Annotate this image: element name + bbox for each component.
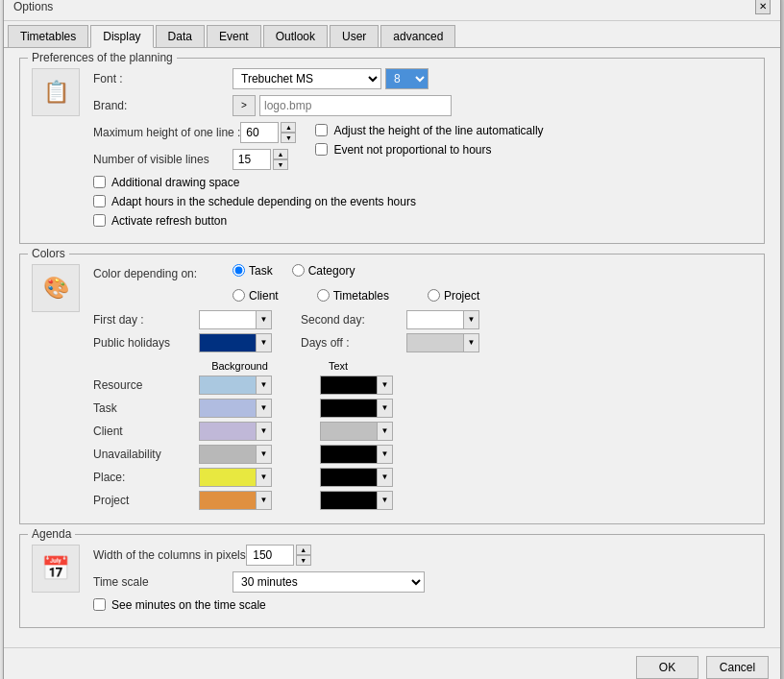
adjust-height-checkbox[interactable] [315, 124, 328, 136]
item-colors-container: Background Text Resource ▼ [93, 360, 752, 514]
task-bg-btn[interactable] [199, 399, 257, 418]
radio-category-input[interactable] [292, 264, 305, 277]
project-text-btn[interactable] [320, 491, 378, 510]
resource-bg-btn[interactable] [199, 376, 257, 395]
project-bg-drop[interactable]: ▼ [257, 491, 272, 510]
radio-timetables-label: Timetables [333, 289, 389, 303]
brand-value: > [233, 95, 452, 116]
tab-timetables[interactable]: Timetables [8, 25, 88, 47]
second-day-color-btn[interactable] [406, 310, 464, 329]
activate-refresh-checkbox[interactable] [93, 214, 106, 227]
time-scale-label: Time scale [93, 575, 233, 589]
colors-section: Colors 🎨 Color depending on: Task [19, 254, 765, 524]
num-lines-label: Number of visible lines [93, 153, 233, 166]
client-text-btn[interactable] [320, 422, 378, 441]
project-bg-btn[interactable] [199, 491, 257, 510]
place-text-color: ▼ [320, 468, 393, 487]
agenda-section-label: Agenda [28, 527, 75, 541]
see-minutes-checkbox[interactable] [93, 598, 106, 611]
max-height-input[interactable] [240, 122, 279, 143]
public-holidays-drop[interactable]: ▼ [257, 333, 272, 352]
tab-advanced[interactable]: advanced [380, 25, 455, 47]
second-day-row: Second day: ▼ [301, 310, 479, 329]
radio-client-input[interactable] [233, 289, 245, 302]
max-height-down[interactable]: ▼ [281, 133, 296, 143]
event-not-prop-checkbox[interactable] [315, 143, 328, 156]
additional-space-label: Additional drawing space [111, 176, 239, 189]
close-button[interactable]: ✕ [755, 0, 771, 14]
public-holidays-color-btn[interactable] [199, 333, 257, 352]
client-color-label: Client [93, 424, 199, 438]
place-bg-drop[interactable]: ▼ [257, 468, 272, 487]
planning-form: Font : Trebuchet MS 8 Brand: [93, 68, 752, 233]
radio-task-input[interactable] [233, 264, 245, 277]
left-day-colors: First day : ▼ Public holidays [93, 310, 272, 356]
days-off-drop[interactable]: ▼ [464, 333, 479, 352]
place-text-btn[interactable] [320, 468, 378, 487]
client-color-row: Client ▼ ▼ [93, 422, 752, 441]
num-lines-input[interactable] [233, 149, 271, 170]
activate-refresh-row: Activate refresh button [93, 214, 752, 228]
resource-bg-drop[interactable]: ▼ [257, 376, 272, 395]
color-radio-row2: Client Timetables Project [93, 289, 752, 303]
title-bar: Options ✕ [4, 0, 780, 21]
unavailability-color-row: Unavailability ▼ ▼ [93, 445, 752, 464]
adapt-hours-checkbox[interactable] [93, 195, 106, 207]
font-select[interactable]: Trebuchet MS [233, 68, 381, 89]
background-header: Background [199, 360, 281, 372]
days-off-color-btn[interactable] [406, 333, 464, 352]
project-text-drop[interactable]: ▼ [378, 491, 393, 510]
adjust-height-row: Adjust the height of the line automatica… [315, 124, 543, 137]
project-text-color: ▼ [320, 491, 393, 510]
place-bg-color: ▼ [199, 468, 272, 487]
content-area: Preferences of the planning 📋 Font : Tre… [4, 48, 780, 647]
resource-text-btn[interactable] [320, 376, 378, 395]
time-scale-select[interactable]: 5 minutes 10 minutes 15 minutes 30 minut… [233, 571, 425, 593]
max-height-up[interactable]: ▲ [281, 122, 296, 133]
radio-task-label: Task [249, 264, 273, 278]
time-scale-row: Time scale 5 minutes 10 minutes 15 minut… [93, 571, 752, 593]
client-bg-btn[interactable] [199, 422, 257, 441]
tab-outlook[interactable]: Outlook [263, 25, 328, 47]
resource-color-row: Resource ▼ ▼ [93, 376, 752, 395]
task-text-drop[interactable]: ▼ [378, 399, 393, 418]
cancel-button[interactable]: Cancel [706, 656, 769, 679]
unavailability-bg-drop[interactable]: ▼ [257, 445, 272, 464]
client-bg-drop[interactable]: ▼ [257, 422, 272, 441]
task-text-color: ▼ [320, 399, 393, 418]
first-day-color-btn[interactable] [199, 310, 257, 329]
tab-event[interactable]: Event [207, 25, 261, 47]
place-text-drop[interactable]: ▼ [378, 468, 393, 487]
public-holidays-color: ▼ [199, 333, 272, 352]
day-colors-container: First day : ▼ Public holidays [93, 310, 752, 356]
resource-text-drop[interactable]: ▼ [378, 376, 393, 395]
first-day-color-drop[interactable]: ▼ [257, 310, 272, 329]
ok-button[interactable]: OK [636, 656, 698, 679]
tab-data[interactable]: Data [156, 25, 205, 47]
unavailability-text-btn[interactable] [320, 445, 378, 464]
num-lines-up[interactable]: ▲ [273, 149, 288, 159]
task-bg-drop[interactable]: ▼ [257, 399, 272, 418]
tab-display[interactable]: Display [90, 25, 153, 48]
font-label: Font : [93, 72, 233, 85]
task-text-btn[interactable] [320, 399, 378, 418]
brand-arrow-button[interactable]: > [233, 95, 256, 116]
num-lines-spinner: ▲ ▼ [273, 149, 288, 170]
unavailability-bg-btn[interactable] [199, 445, 257, 464]
unavailability-text-drop[interactable]: ▼ [378, 445, 393, 464]
place-bg-btn[interactable] [199, 468, 257, 487]
second-day-drop[interactable]: ▼ [464, 310, 479, 329]
radio-timetables-input[interactable] [317, 289, 330, 302]
additional-space-checkbox[interactable] [93, 176, 106, 188]
client-text-drop[interactable]: ▼ [378, 422, 393, 441]
brand-input[interactable] [259, 95, 452, 116]
font-size-select[interactable]: 8 [385, 68, 429, 89]
width-columns-input[interactable] [246, 545, 294, 566]
radio-project-input[interactable] [428, 289, 440, 302]
tab-user[interactable]: User [330, 25, 379, 47]
planning-section-label: Preferences of the planning [28, 51, 177, 64]
width-columns-up[interactable]: ▲ [296, 545, 311, 555]
unavailability-text-color: ▼ [320, 445, 393, 464]
width-columns-down[interactable]: ▼ [296, 555, 311, 566]
num-lines-down[interactable]: ▼ [273, 159, 288, 170]
